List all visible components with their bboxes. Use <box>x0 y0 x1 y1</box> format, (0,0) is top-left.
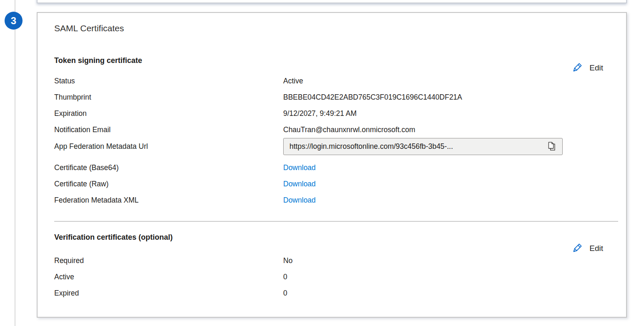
table-row: Status Active <box>54 73 617 89</box>
expired-label: Expired <box>54 289 283 298</box>
required-label: Required <box>54 256 283 265</box>
edit-button-label: Edit <box>589 244 603 253</box>
thumbprint-value: BBEBE04CD42E2ABD765C3F019C1696C1440DF21A <box>283 93 617 102</box>
download-certificate-raw-link[interactable]: Download <box>283 180 316 188</box>
app-federation-metadata-url-label: App Federation Metadata Url <box>54 142 283 151</box>
active-label: Active <box>54 273 283 281</box>
app-federation-metadata-url-value: https://login.microsoftonline.com/93c456… <box>289 142 542 151</box>
app-federation-metadata-url-field[interactable]: https://login.microsoftonline.com/93c456… <box>283 138 563 155</box>
expiration-value: 9/12/2027, 9:49:21 AM <box>283 109 617 118</box>
copy-icon <box>546 141 557 152</box>
token-signing-certificate-heading: Token signing certificate <box>54 56 142 65</box>
edit-button-label: Edit <box>589 63 603 73</box>
notification-email-value: ChauTran@chaunxnrwl.onmicrosoft.com <box>283 125 617 134</box>
table-row: Certificate (Base64) Download <box>54 160 617 176</box>
certificate-download-rows: Certificate (Base64) Download Certificat… <box>54 160 617 208</box>
certificate-base64-label: Certificate (Base64) <box>54 163 283 172</box>
status-label: Status <box>54 77 283 85</box>
required-value: No <box>283 256 617 265</box>
table-row: Thumbprint BBEBE04CD42E2ABD765C3F019C169… <box>54 89 617 105</box>
table-row: Required No <box>54 253 617 269</box>
certificate-raw-label: Certificate (Raw) <box>54 180 283 188</box>
stepper-line <box>15 0 15 326</box>
saml-certificates-card: SAML Certificates Token signing certific… <box>37 12 627 318</box>
table-row: Federation Metadata XML Download <box>54 192 617 208</box>
active-value: 0 <box>283 273 617 281</box>
copy-url-button[interactable] <box>546 140 558 153</box>
download-federation-metadata-xml-link[interactable]: Download <box>283 196 316 204</box>
table-row: Expiration 9/12/2027, 9:49:21 AM <box>54 105 617 122</box>
step-3-badge: 3 <box>5 12 23 30</box>
expired-value: 0 <box>283 289 617 298</box>
verification-certificates-heading: Verification certificates (optional) <box>54 233 173 242</box>
expiration-label: Expiration <box>54 109 283 118</box>
table-row: Certificate (Raw) Download <box>54 176 617 192</box>
app-federation-metadata-url-row: App Federation Metadata Url https://logi… <box>54 136 617 156</box>
status-value: Active <box>283 77 617 85</box>
federation-metadata-xml-label: Federation Metadata XML <box>54 196 283 205</box>
table-row: Notification Email ChauTran@chaunxnrwl.o… <box>54 122 617 138</box>
thumbprint-label: Thumbprint <box>54 93 283 102</box>
previous-card-bottom-edge <box>37 0 627 3</box>
download-certificate-base64-link[interactable]: Download <box>283 163 316 172</box>
verification-certificate-details: Required No Active 0 Expired 0 <box>54 253 617 301</box>
table-row: Active 0 <box>54 269 617 285</box>
token-certificate-details: Status Active Thumbprint BBEBE04CD42E2AB… <box>54 73 617 138</box>
section-divider <box>54 221 618 222</box>
table-row: Expired 0 <box>54 285 617 301</box>
notification-email-label: Notification Email <box>54 125 283 134</box>
card-title: SAML Certificates <box>54 23 124 33</box>
